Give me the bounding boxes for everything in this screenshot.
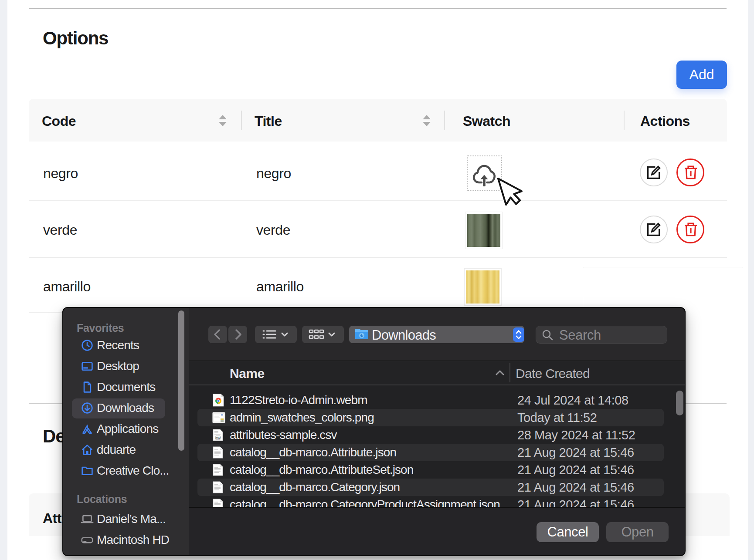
- svg-text:CSV: CSV: [215, 437, 221, 439]
